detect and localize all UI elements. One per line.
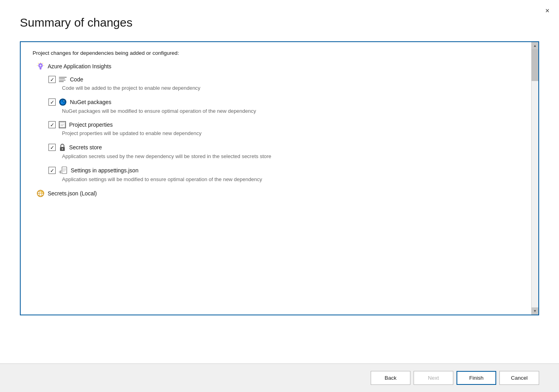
nuget-icon — [59, 98, 67, 106]
secrets-label: Secrets store — [69, 144, 102, 151]
project-props-description: Project properties will be updated to en… — [62, 130, 519, 136]
azure-section-header: Azure Application Insights — [37, 62, 519, 70]
back-button[interactable]: Back — [371, 371, 410, 385]
dialog-body: Project changes for dependencies being a… — [0, 37, 559, 363]
secrets-json-section-header: Secrets.json (Local) — [37, 189, 519, 197]
finish-button[interactable]: Finish — [456, 371, 496, 385]
nuget-description: NuGet packages will be modified to ensur… — [62, 108, 519, 114]
dialog-footer: Back Next Finish Cancel — [0, 363, 559, 392]
appsettings-label: Settings in appsettings.json — [71, 167, 138, 174]
project-props-label: Project properties — [69, 122, 113, 128]
nuget-item: ✓ NuGet packages — [48, 98, 519, 114]
scroll-down-button[interactable]: ▼ — [532, 307, 538, 315]
code-item: ✓ Code Code will — [48, 76, 519, 91]
appsettings-item-header: ✓ — [48, 166, 519, 174]
appsettings-checkbox[interactable]: ✓ — [48, 167, 56, 174]
secrets-item: ✓ Secrets store Application secret — [48, 143, 519, 159]
code-description: Code will be added to the project to ena… — [62, 85, 519, 91]
lightbulb-icon — [37, 62, 44, 70]
svg-rect-1 — [40, 68, 42, 69]
azure-section-title: Azure Application Insights — [48, 63, 111, 70]
close-button[interactable]: × — [543, 6, 552, 16]
project-props-item-header: ✓ Project properties — [48, 121, 519, 128]
secrets-item-header: ✓ Secrets store — [48, 143, 519, 151]
intro-text: Project changes for dependencies being a… — [33, 50, 519, 56]
svg-line-7 — [43, 63, 43, 64]
project-properties-icon — [59, 121, 66, 128]
next-button[interactable]: Next — [414, 371, 453, 385]
scrollbar-thumb-area — [532, 49, 538, 307]
scroll-content[interactable]: Project changes for dependencies being a… — [21, 42, 531, 315]
appsettings-item: ✓ — [48, 166, 519, 182]
project-props-checkbox[interactable]: ✓ — [48, 121, 56, 128]
svg-point-16 — [63, 100, 65, 102]
summary-dialog: × Summary of changes Project changes for… — [0, 0, 559, 392]
nuget-checkbox[interactable]: ✓ — [48, 98, 56, 106]
secrets-checkbox[interactable]: ✓ — [48, 144, 56, 151]
code-item-header: ✓ Code — [48, 76, 519, 83]
appsettings-description: Application settings will be modified to… — [62, 176, 519, 182]
scrollbar[interactable]: ▲ ▼ — [531, 42, 538, 315]
globe-icon — [37, 189, 44, 197]
nuget-label: NuGet packages — [70, 99, 111, 105]
svg-point-23 — [62, 149, 63, 150]
svg-point-29 — [60, 172, 62, 173]
secrets-description: Application secrets used by the new depe… — [62, 153, 519, 159]
cancel-button[interactable]: Cancel — [499, 371, 539, 385]
svg-line-6 — [38, 63, 39, 64]
code-icon — [59, 76, 67, 83]
settings-icon — [59, 166, 68, 174]
scroll-up-button[interactable]: ▲ — [532, 42, 538, 49]
dialog-header: Summary of changes — [0, 0, 559, 37]
svg-rect-19 — [60, 122, 65, 124]
lock-icon — [59, 143, 66, 151]
code-label: Code — [70, 76, 83, 83]
scroll-container: Project changes for dependencies being a… — [20, 41, 539, 315]
svg-rect-2 — [40, 69, 41, 70]
code-checkbox[interactable]: ✓ — [48, 76, 56, 83]
scrollbar-thumb[interactable] — [532, 49, 538, 81]
dialog-title: Summary of changes — [20, 16, 539, 29]
svg-point-17 — [61, 102, 63, 104]
secrets-json-title: Secrets.json (Local) — [48, 190, 97, 197]
project-props-item: ✓ Project properties — [48, 121, 519, 136]
nuget-item-header: ✓ NuGet packages — [48, 98, 519, 106]
svg-point-3 — [40, 65, 42, 67]
